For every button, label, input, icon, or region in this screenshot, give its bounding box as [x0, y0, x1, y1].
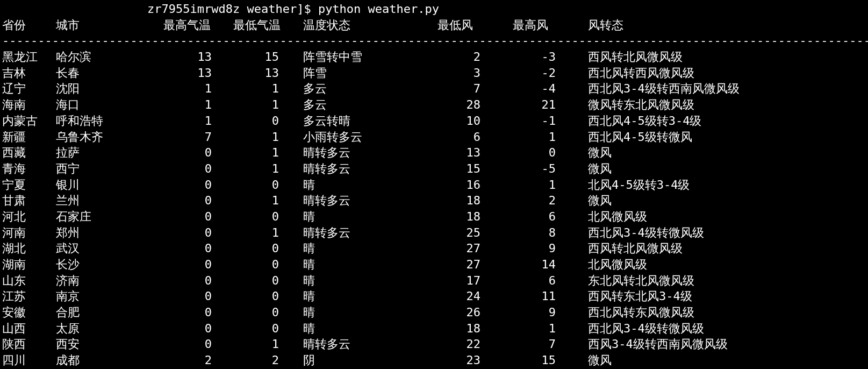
cell-high-temp: 0 — [163, 145, 233, 161]
cell-high-temp: 0 — [163, 225, 233, 241]
cell-province: 四川 — [2, 352, 56, 368]
cell-province: 西藏 — [2, 145, 56, 161]
cell-temp-status: 晴 — [303, 209, 437, 225]
cell-high-temp: 1 — [163, 97, 233, 113]
cell-high-temp: 0 — [163, 193, 233, 209]
cell-temp-status: 晴转多云 — [303, 161, 437, 177]
table-row: 新疆乌鲁木齐71小雨转多云61西北风4-5级转微风 — [2, 129, 866, 145]
cell-temp-status: 晴转多云 — [303, 193, 437, 209]
cell-high-temp: 0 — [163, 209, 233, 225]
cell-wind-change: 北风微风级 — [588, 257, 866, 273]
cell-max-wind: 1 — [513, 321, 588, 337]
cell-temp-status: 晴 — [303, 321, 437, 337]
table-row: 河北石家庄00晴186北风微风级 — [2, 209, 866, 225]
cell-max-wind: 0 — [513, 145, 588, 161]
cell-low-temp: 0 — [233, 177, 303, 193]
cell-max-wind: -3 — [513, 49, 588, 65]
terminal-prompt: zr7955imrwd8z weather]$ python weather.p… — [147, 2, 439, 16]
cell-wind-change: 北风4-5级转3-4级 — [588, 177, 866, 193]
table-row: 陕西西安01晴转多云227西风3-4级转西南风微风级 — [2, 336, 866, 352]
cell-city: 哈尔滨 — [56, 49, 163, 65]
cell-province: 山东 — [2, 273, 56, 289]
cell-max-wind: -4 — [513, 81, 588, 97]
cell-province: 吉林 — [2, 65, 56, 81]
cell-high-temp: 0 — [163, 288, 233, 304]
cell-min-wind: 18 — [437, 193, 513, 209]
cell-temp-status: 晴转多云 — [303, 145, 437, 161]
cell-high-temp: 7 — [163, 129, 233, 145]
cell-temp-status: 晴 — [303, 288, 437, 304]
cell-min-wind: 18 — [437, 321, 513, 337]
cell-low-temp: 0 — [233, 273, 303, 289]
cell-city: 成都 — [56, 352, 163, 368]
cell-wind-change: 西北风3-4级转西南风微风级 — [588, 81, 866, 97]
cell-min-wind: 18 — [437, 209, 513, 225]
header-province: 省份 — [2, 17, 56, 33]
cell-min-wind: 13 — [437, 145, 513, 161]
table-row: 河南郑州01晴转多云258西北风3-4级转微风级 — [2, 225, 866, 241]
cell-min-wind: 2 — [437, 49, 513, 65]
cell-min-wind: 22 — [437, 336, 513, 352]
cell-low-temp: 13 — [233, 65, 303, 81]
cell-low-temp: 0 — [233, 257, 303, 273]
cell-temp-status: 多云 — [303, 81, 437, 97]
cell-wind-change: 西风转东北风3-4级 — [588, 288, 866, 304]
cell-city: 长沙 — [56, 257, 163, 273]
cell-province: 海南 — [2, 97, 56, 113]
cell-min-wind: 27 — [437, 257, 513, 273]
cell-city: 太原 — [56, 321, 163, 337]
cell-max-wind: 8 — [513, 225, 588, 241]
cell-max-wind: 15 — [513, 352, 588, 368]
cell-city: 武汉 — [56, 240, 163, 257]
separator-line: ----------------------------------------… — [2, 33, 866, 49]
cell-wind-change: 西风转北风微风级 — [588, 240, 866, 257]
cell-wind-change: 微风转东北风微风级 — [588, 97, 866, 113]
cell-province: 内蒙古 — [2, 113, 56, 129]
table-row: 宁夏银川00晴161北风4-5级转3-4级 — [2, 177, 866, 193]
cell-min-wind: 10 — [437, 113, 513, 129]
table-row: 山东济南00晴176东北风转北风微风级 — [2, 273, 866, 289]
cell-high-temp: 13 — [163, 65, 233, 81]
cell-province: 河北 — [2, 209, 56, 225]
table-row: 江苏南京00晴2411西风转东北风3-4级 — [2, 288, 866, 304]
cell-province: 宁夏 — [2, 177, 56, 193]
cell-city: 合肥 — [56, 304, 163, 321]
header-low-temp: 最低气温 — [233, 17, 303, 33]
cell-high-temp: 0 — [163, 273, 233, 289]
cell-low-temp: 1 — [233, 97, 303, 113]
cell-max-wind: 2 — [513, 193, 588, 209]
header-high-temp: 最高气温 — [163, 17, 233, 33]
cell-temp-status: 小雨转多云 — [303, 129, 437, 145]
cell-low-temp: 0 — [233, 240, 303, 257]
cell-high-temp: 1 — [163, 113, 233, 129]
cell-wind-change: 西北风3-4级转微风级 — [588, 321, 866, 337]
cell-low-temp: 1 — [233, 129, 303, 145]
cell-city: 济南 — [56, 273, 163, 289]
cell-max-wind: -5 — [513, 161, 588, 177]
cell-min-wind: 7 — [437, 81, 513, 97]
cell-temp-status: 多云 — [303, 97, 437, 113]
cell-province: 陕西 — [2, 336, 56, 352]
header-min-wind: 最低风 — [437, 17, 513, 33]
cell-low-temp: 1 — [233, 225, 303, 241]
cell-high-temp: 0 — [163, 177, 233, 193]
cell-temp-status: 阴 — [303, 352, 437, 368]
cell-wind-change: 西北风转东风微风级 — [588, 304, 866, 321]
data-table-body: 黑龙江哈尔滨1315阵雪转中雪2-3西风转北风微风级吉林长春1313阵雪3-2西… — [2, 49, 866, 368]
cell-city: 海口 — [56, 97, 163, 113]
cell-temp-status: 晴 — [303, 304, 437, 321]
cell-max-wind: 7 — [513, 336, 588, 352]
cell-max-wind: 9 — [513, 240, 588, 257]
cell-min-wind: 24 — [437, 288, 513, 304]
cell-province: 湖北 — [2, 240, 56, 257]
cell-high-temp: 0 — [163, 257, 233, 273]
cell-low-temp: 0 — [233, 113, 303, 129]
cell-low-temp: 1 — [233, 336, 303, 352]
cell-province: 新疆 — [2, 129, 56, 145]
cell-city: 兰州 — [56, 193, 163, 209]
table-row: 黑龙江哈尔滨1315阵雪转中雪2-3西风转北风微风级 — [2, 49, 866, 65]
cell-temp-status: 阵雪 — [303, 65, 437, 81]
table-row: 辽宁沈阳11多云7-4西北风3-4级转西南风微风级 — [2, 81, 866, 97]
cell-min-wind: 23 — [437, 352, 513, 368]
cell-province: 青海 — [2, 161, 56, 177]
